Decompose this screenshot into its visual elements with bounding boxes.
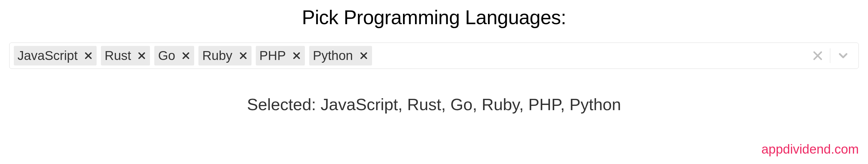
close-icon[interactable] [84, 51, 93, 60]
page-title: Pick Programming Languages: [9, 6, 859, 29]
tag-javascript: JavaScript [14, 46, 97, 66]
tags-wrapper: JavaScript Rust Go Ruby PHP [14, 46, 807, 66]
tag-ruby: Ruby [198, 46, 251, 66]
tag-label: Rust [104, 48, 131, 63]
tag-label: JavaScript [18, 48, 78, 63]
close-icon[interactable] [359, 51, 368, 60]
tag-label: Python [313, 48, 353, 63]
summary-prefix: Selected: [247, 95, 320, 114]
tag-label: PHP [259, 48, 286, 63]
multi-select[interactable]: JavaScript Rust Go Ruby PHP [9, 43, 859, 69]
tag-go: Go [154, 46, 194, 66]
tag-rust: Rust [101, 46, 150, 66]
select-controls [807, 48, 854, 63]
watermark: appdividend.com [761, 142, 859, 157]
close-icon[interactable] [181, 51, 190, 60]
summary-value: JavaScript, Rust, Go, Ruby, PHP, Python [320, 95, 621, 114]
tag-label: Go [158, 48, 175, 63]
tag-label: Ruby [202, 48, 232, 63]
tag-python: Python [309, 46, 372, 66]
close-icon[interactable] [292, 51, 301, 60]
selection-summary: Selected: JavaScript, Rust, Go, Ruby, PH… [9, 95, 859, 114]
close-icon[interactable] [137, 51, 146, 60]
tag-php: PHP [256, 46, 305, 66]
divider [830, 48, 830, 63]
close-icon[interactable] [239, 51, 248, 60]
clear-all-icon[interactable] [812, 49, 824, 62]
chevron-down-icon[interactable] [836, 49, 854, 63]
